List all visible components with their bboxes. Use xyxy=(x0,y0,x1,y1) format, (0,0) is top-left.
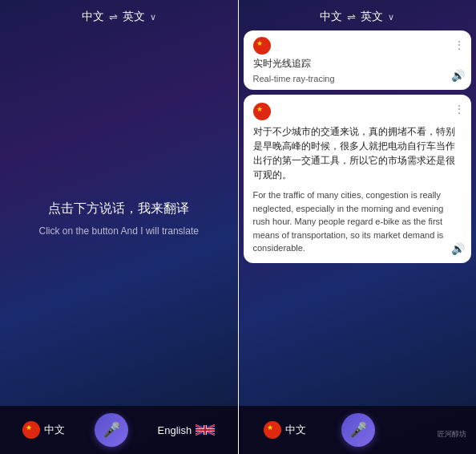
translation-card-1: 实时光线追踪 Real-time ray-tracing ⋮ 🔊 xyxy=(244,30,472,90)
left-header: 中文 ⇌ 英文 ∨ xyxy=(0,0,238,30)
left-bottom-target-label: English xyxy=(158,424,192,436)
mic-icon: 🎤 xyxy=(103,421,120,439)
left-main-area: 点击下方说话，我来翻译 Click on the button And I wi… xyxy=(0,30,238,406)
card1-cn-text: 实时光线追踪 xyxy=(253,57,462,71)
right-source-lang: 中文 xyxy=(320,10,342,24)
sound-icon-1[interactable]: 🔊 xyxy=(451,69,465,82)
cn-flag-bottom-right xyxy=(264,421,281,439)
card2-cn-text: 对于不少城市的交通来说，真的拥堵不看，特别是早晚高峰的时候，很多人就把电动自行车… xyxy=(253,124,462,182)
translation-card-2: 对于不少城市的交通来说，真的拥堵不看，特别是早晚高峰的时候，很多人就把电动自行车… xyxy=(244,95,472,263)
left-swap-icon[interactable]: ⇌ xyxy=(109,11,118,23)
more-options-icon-1[interactable]: ⋮ xyxy=(454,39,465,51)
sound-icon-2[interactable]: 🔊 xyxy=(451,242,465,255)
left-chevron-icon[interactable]: ∨ xyxy=(150,12,156,22)
left-bottom-bar: 中文 🎤 English xyxy=(0,406,238,454)
right-bottom-bar: 中文 🎤 匠河醇坊 xyxy=(239,406,477,454)
left-panel: 中文 ⇌ 英文 ∨ 点击下方说话，我来翻译 Click on the butto… xyxy=(0,0,238,454)
right-bottom-source-label: 中文 xyxy=(285,423,306,437)
left-source-lang: 中文 xyxy=(82,10,104,24)
left-bottom-target: English xyxy=(158,424,216,436)
right-panel: 中文 ⇌ 英文 ∨ 实时光线追踪 Real-time ray-tracing ⋮… xyxy=(239,0,477,454)
right-header: 中文 ⇌ 英文 ∨ xyxy=(239,0,477,30)
card1-en-text: Real-time ray-tracing xyxy=(253,74,462,83)
watermark-text: 匠河醇坊 xyxy=(438,429,466,440)
cn-flag-small xyxy=(253,37,271,55)
card2-en-text: For the traffic of many cities, congesti… xyxy=(253,188,462,255)
prompt-text-en: Click on the button And I will translate xyxy=(39,225,199,237)
left-target-lang: 英文 xyxy=(123,10,145,24)
prompt-text-cn: 点击下方说话，我来翻译 xyxy=(48,201,189,217)
right-bottom-source: 中文 xyxy=(264,421,306,439)
cn-flag-icon xyxy=(22,421,40,439)
cn-flag-large xyxy=(253,103,271,120)
more-options-icon-2[interactable]: ⋮ xyxy=(454,103,465,116)
mic-icon-right: 🎤 xyxy=(349,421,367,439)
uk-flag-icon xyxy=(196,424,215,436)
mic-button-left[interactable]: 🎤 xyxy=(95,413,128,447)
mic-button-right[interactable]: 🎤 xyxy=(341,413,375,447)
left-bottom-source: 中文 xyxy=(22,421,65,439)
right-chevron-icon[interactable]: ∨ xyxy=(388,12,394,22)
right-content-area: 实时光线追踪 Real-time ray-tracing ⋮ 🔊 对于不少城市的… xyxy=(239,30,477,406)
right-swap-icon[interactable]: ⇌ xyxy=(347,11,356,23)
right-target-lang: 英文 xyxy=(361,10,383,24)
left-bottom-source-label: 中文 xyxy=(44,423,65,437)
